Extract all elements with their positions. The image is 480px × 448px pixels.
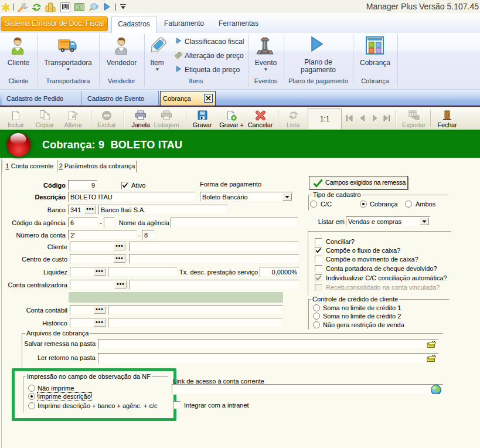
svg-text:$: $: [78, 5, 80, 9]
